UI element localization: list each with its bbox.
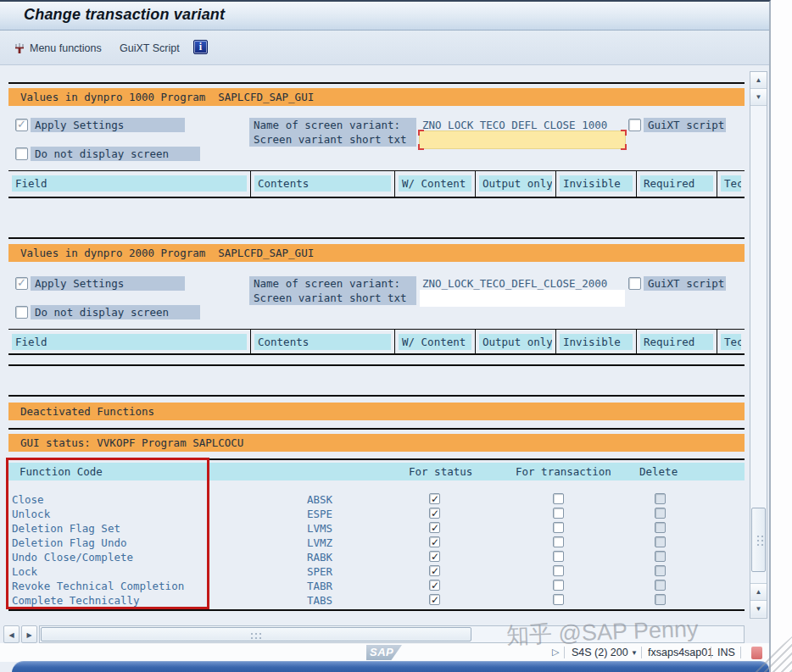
column-header-w-content: W/ Content <box>399 175 471 192</box>
variant-name-value: ZNO_LOCK_TECO_DEFL_CLOSE_1000 <box>422 118 607 132</box>
scroll-right-icon[interactable]: ▶ <box>21 625 37 643</box>
for-transaction-checkbox[interactable] <box>553 580 564 591</box>
scroll-left-icon[interactable]: ◀ <box>3 625 20 643</box>
for-status-checkbox[interactable] <box>429 493 440 504</box>
for-transaction-checkbox[interactable] <box>553 522 564 533</box>
delete-checkbox <box>655 565 666 576</box>
guixt-script-label: GuiXT script <box>644 118 726 132</box>
divider <box>740 647 741 658</box>
for-status-checkbox[interactable] <box>429 536 440 547</box>
title-bar: Change transaction variant <box>0 2 769 31</box>
do-not-display-label: Do not display screen <box>31 305 200 319</box>
divider <box>711 647 711 658</box>
grip-dots-icon <box>251 633 253 635</box>
function-code: ABSK <box>307 492 332 507</box>
column-header-contents: Contents <box>254 175 391 192</box>
info-icon[interactable]: i <box>193 40 208 54</box>
status-bar: SAP ▷ S4S (2) 200 ▼ fxsaps4sap01 INS <box>0 643 769 662</box>
horizontal-scrollbar-thumb[interactable] <box>41 627 471 641</box>
system-session-info[interactable]: S4S (2) 200 <box>572 646 628 659</box>
delete-checkbox <box>655 522 666 533</box>
do-not-display-checkbox[interactable] <box>15 147 28 160</box>
column-header-contents: Contents <box>254 334 391 350</box>
function-code: LVMS <box>307 521 332 536</box>
for-status-checkbox[interactable] <box>429 508 440 519</box>
for-transaction-checkbox[interactable] <box>553 536 564 547</box>
gui-status-header: GUI status: VVKOPF Program SAPLCOCU <box>8 434 745 452</box>
variant-name-value: ZNO_LOCK_TECO_DEFL_CLOSE_2000 <box>422 276 607 291</box>
for-transaction-checkbox[interactable] <box>553 493 564 504</box>
do-not-display-label: Do not display screen <box>31 147 200 161</box>
application-toolbar: Menu functions GuiXT Script i <box>0 31 769 65</box>
field-table-header: Field Contents W/ Content Output only In… <box>8 329 745 355</box>
column-header-field: Field <box>12 175 247 192</box>
scroll-down-icon[interactable]: ▼ <box>750 89 767 106</box>
function-code: LVMZ <box>307 536 332 550</box>
guixt-script-checkbox[interactable] <box>628 277 641 290</box>
column-header-field: Field <box>12 334 247 350</box>
for-status-checkbox[interactable] <box>429 522 440 533</box>
vertical-scrollbar-thumb[interactable] <box>751 508 766 572</box>
short-text-label: Screen variant short txt <box>249 132 416 147</box>
column-header-output-only: Output only <box>479 334 552 350</box>
host-name: fxsaps4sap01 <box>648 646 713 659</box>
function-code: TABS <box>307 593 332 608</box>
for-transaction-checkbox[interactable] <box>553 565 564 576</box>
for-status-checkbox[interactable] <box>429 565 440 576</box>
scroll-down-icon[interactable]: ▼ <box>750 600 767 617</box>
sap-window: Change transaction variant Menu function… <box>0 0 771 672</box>
column-header-w-content: W/ Content <box>399 334 471 350</box>
section-header: Values in dynpro 2000 Program SAPLCFD_SA… <box>8 244 745 262</box>
delete-checkbox <box>655 551 666 562</box>
divider <box>8 428 745 430</box>
column-header-delete: Delete <box>639 463 678 480</box>
variant-name-label: Name of screen variant: <box>249 118 416 132</box>
guixt-script-button[interactable]: GuiXT Script <box>120 41 180 56</box>
horizontal-scrollbar[interactable]: ◀ ▶ <box>3 625 745 643</box>
annotation-highlight-box <box>6 458 209 609</box>
function-code: ESPE <box>307 507 332 521</box>
performance-icon[interactable]: ▷ <box>552 647 559 658</box>
delete-checkbox <box>655 594 666 605</box>
deactivated-functions-header: Deactivated Functions <box>8 403 745 420</box>
apply-settings-checkbox <box>15 277 28 290</box>
delete-checkbox <box>655 508 666 519</box>
column-header-required: Required <box>640 334 713 350</box>
column-header-technical: Tec <box>721 334 741 350</box>
column-header-invisible: Invisible <box>560 334 633 350</box>
apply-settings-label: Apply Settings <box>31 118 185 132</box>
horizontal-scrollbar-track[interactable] <box>39 625 745 643</box>
for-status-checkbox[interactable] <box>429 551 440 562</box>
short-text-input[interactable] <box>420 290 625 307</box>
for-status-checkbox[interactable] <box>429 580 440 591</box>
scroll-up-icon[interactable]: ▲ <box>750 583 767 600</box>
guixt-script-label: GuiXT script <box>644 276 726 291</box>
for-transaction-checkbox[interactable] <box>553 551 564 562</box>
apply-settings-checkbox <box>15 119 28 131</box>
guixt-script-checkbox[interactable] <box>628 119 641 131</box>
column-header-for-status: For status <box>409 463 472 480</box>
function-code: RABK <box>307 550 332 564</box>
for-transaction-checkbox[interactable] <box>553 508 564 519</box>
grip-dots-icon <box>757 536 759 537</box>
section-dynpro-2000: Values in dynpro 2000 Program SAPLCFD_SA… <box>8 237 745 366</box>
section-header: Values in dynpro 1000 Program SAPLCFD_SA… <box>8 88 745 106</box>
delete-checkbox <box>655 536 666 547</box>
page-title: Change transaction variant <box>24 6 225 24</box>
divider <box>641 647 642 658</box>
apply-settings-label: Apply Settings <box>31 276 185 291</box>
field-table-header: Field Contents W/ Content Output only In… <box>8 170 745 197</box>
menu-functions-button[interactable]: Menu functions <box>14 41 102 56</box>
scroll-up-icon[interactable]: ▲ <box>750 72 767 89</box>
delete-checkbox <box>655 493 666 504</box>
short-text-input[interactable] <box>420 131 625 148</box>
column-header-technical: Tec <box>721 175 741 192</box>
for-status-checkbox[interactable] <box>429 594 440 605</box>
for-transaction-checkbox[interactable] <box>553 594 564 605</box>
short-text-label: Screen variant short txt <box>249 291 416 305</box>
vertical-scrollbar[interactable]: ▲ ▼ ▲ ▼ <box>750 71 767 619</box>
function-code: TABR <box>307 579 332 593</box>
chevron-down-icon[interactable]: ▼ <box>631 649 638 657</box>
do-not-display-checkbox[interactable] <box>15 306 28 319</box>
guixt-script-label: GuiXT Script <box>120 42 180 54</box>
